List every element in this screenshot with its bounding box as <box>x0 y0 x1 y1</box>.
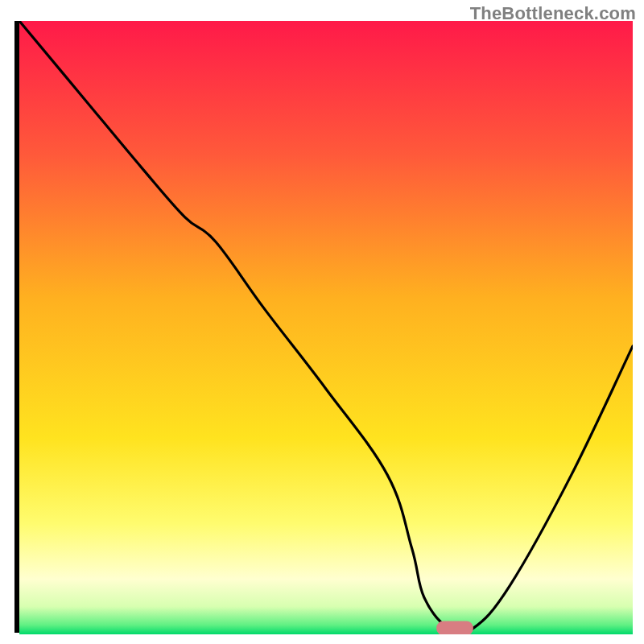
chart-container: TheBottleneck.com <box>0 0 644 644</box>
plot-area <box>14 21 633 633</box>
curve-overlay <box>19 21 633 634</box>
bottleneck-curve <box>19 21 633 634</box>
optimal-marker <box>436 621 473 634</box>
